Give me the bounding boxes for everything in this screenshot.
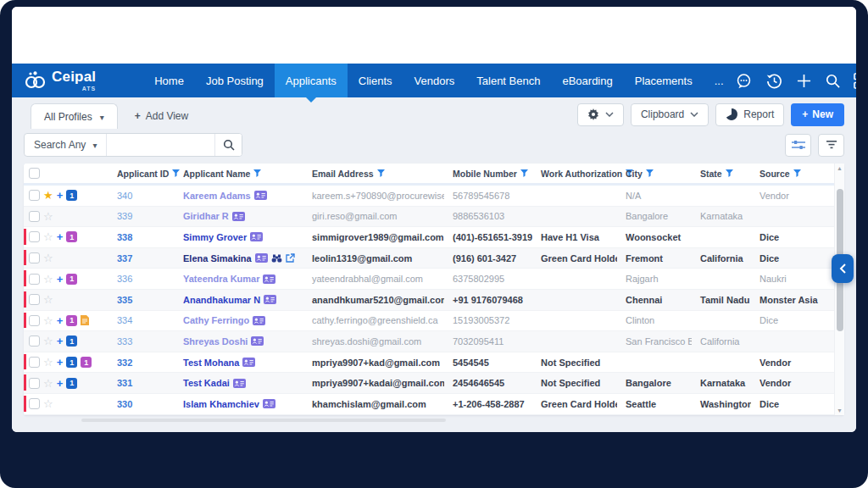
star-icon[interactable] [43, 378, 53, 389]
star-icon[interactable] [43, 294, 53, 305]
select-all-checkbox[interactable] [29, 168, 40, 179]
nav-item-vendors[interactable]: Vendors [403, 64, 466, 97]
applicant-name-link[interactable]: Test Kadai [183, 378, 230, 388]
applicant-id-link[interactable]: 335 [117, 295, 132, 305]
contact-card-icon[interactable] [254, 191, 267, 200]
table-row[interactable]: 1 340 Kareem Adams kareem.s+790890@procu… [24, 186, 834, 207]
applicant-name-link[interactable]: Test Mohana [183, 358, 239, 368]
contact-card-icon[interactable] [250, 232, 263, 241]
table-row[interactable]: 1 338 Simmy Grover simmigrover1989@gmail… [24, 227, 834, 248]
filter-icon[interactable] [646, 169, 654, 177]
brand-logo[interactable]: Ceipal ATS [24, 64, 96, 97]
filter-icon[interactable] [520, 169, 528, 177]
applicant-id-link[interactable]: 330 [117, 399, 132, 409]
row-checkbox[interactable] [29, 315, 40, 326]
table-row[interactable]: 1 334 Cathy Ferringo cathy.ferringo@gree… [24, 311, 834, 332]
applicant-name-link[interactable]: Elena Simakina [183, 253, 252, 263]
filter-button[interactable] [818, 134, 844, 157]
table-row[interactable]: 1 336 Yateendra Kumar yateendrabhal@gmai… [24, 269, 834, 290]
document-icon[interactable] [81, 315, 89, 325]
applicant-id-link[interactable]: 336 [117, 274, 132, 284]
star-icon[interactable] [43, 231, 53, 242]
table-row[interactable]: 337 Elena Simakina leolin1319@gmail.com … [24, 248, 834, 269]
filter-icon[interactable] [726, 169, 733, 177]
vertical-scrollbar[interactable]: ▲ ▼ [834, 164, 844, 415]
add-plus-icon[interactable] [57, 335, 64, 347]
star-icon[interactable] [43, 252, 53, 263]
count-badge[interactable]: 1 [66, 315, 77, 326]
report-button[interactable]: Report [715, 103, 784, 126]
settings-dropdown-button[interactable] [577, 103, 624, 126]
column-header-mobile-number[interactable]: Mobile Number [444, 169, 532, 179]
contact-card-icon[interactable] [255, 253, 268, 263]
nav-item-applicants[interactable]: Applicants [275, 64, 348, 97]
nav-item-job-posting[interactable]: Job Posting [195, 64, 275, 97]
applicant-id-link[interactable]: 332 [117, 358, 132, 368]
chat-icon[interactable] [735, 72, 753, 90]
scroll-down-arrow-icon[interactable]: ▼ [837, 407, 843, 414]
row-checkbox[interactable] [29, 231, 40, 242]
row-checkbox[interactable] [29, 252, 40, 263]
contact-card-icon[interactable] [253, 316, 265, 325]
applicant-name-link[interactable]: Kareem Adams [183, 191, 251, 201]
table-row[interactable]: 1 333 Shreyas Doshi shreyas.doshi@gmail.… [24, 331, 834, 352]
add-plus-icon[interactable] [57, 377, 64, 390]
table-row[interactable]: 330 Islam Khamchiev khamchislam@gmail.co… [24, 394, 834, 415]
column-header-applicant-id[interactable]: Applicant ID [108, 169, 175, 179]
applicant-id-link[interactable]: 338 [117, 232, 132, 242]
contact-card-icon[interactable] [232, 212, 245, 221]
applicant-name-link[interactable]: Giridhar R [183, 211, 229, 221]
column-settings-button[interactable] [785, 134, 811, 157]
row-checkbox[interactable] [29, 357, 40, 368]
external-link-icon[interactable] [286, 253, 295, 263]
star-icon[interactable] [43, 336, 53, 347]
count-badge[interactable]: 1 [66, 231, 77, 242]
row-checkbox[interactable] [29, 274, 40, 285]
row-checkbox[interactable] [29, 398, 40, 409]
row-checkbox[interactable] [29, 336, 40, 347]
nav-item-more[interactable]: ... [704, 64, 735, 97]
side-panel-toggle-button[interactable] [832, 254, 854, 283]
count-badge[interactable]: 1 [66, 190, 77, 201]
applicant-id-link[interactable]: 334 [117, 315, 132, 325]
applicant-id-link[interactable]: 339 [117, 211, 132, 221]
contact-card-icon[interactable] [242, 358, 255, 367]
star-icon[interactable] [43, 274, 53, 285]
clipboard-dropdown-button[interactable]: Clipboard [631, 103, 709, 126]
contact-card-icon[interactable] [264, 295, 276, 304]
count-badge[interactable]: 1 [66, 336, 77, 347]
applicant-name-link[interactable]: Shreyas Doshi [183, 336, 248, 347]
table-row[interactable]: 339 Giridhar R giri.reso@gmail.com 98865… [24, 207, 834, 228]
binoculars-icon[interactable] [271, 254, 282, 263]
star-icon[interactable] [43, 315, 53, 326]
nav-item-clients[interactable]: Clients [348, 64, 403, 97]
applicant-name-link[interactable]: Cathy Ferringo [183, 315, 249, 325]
nav-item-placements[interactable]: Placements [624, 64, 704, 97]
count-badge[interactable]: 1 [81, 357, 92, 368]
table-row[interactable]: 1 331 Test Kadai mpriya9907+kadai@gmail.… [24, 373, 834, 394]
count-badge[interactable]: 1 [66, 357, 77, 368]
applicant-name-link[interactable]: Islam Khamchiev [183, 399, 259, 409]
star-icon[interactable] [43, 190, 53, 201]
add-view-button[interactable]: Add View [135, 110, 189, 122]
grid-icon[interactable] [854, 73, 857, 89]
table-row[interactable]: 335 Anandhakumar N anandhkumar5210@gmail… [24, 290, 834, 311]
nav-item-talent-bench[interactable]: Talent Bench [465, 64, 551, 97]
nav-item-home[interactable]: Home [143, 64, 195, 97]
applicant-id-link[interactable]: 340 [117, 191, 132, 201]
horizontal-scroll-thumb[interactable] [81, 419, 446, 422]
row-checkbox[interactable] [29, 378, 40, 389]
column-header-state[interactable]: State [692, 169, 751, 179]
search-input[interactable] [106, 134, 214, 156]
row-checkbox[interactable] [29, 211, 40, 222]
plus-icon[interactable] [796, 73, 812, 89]
new-button[interactable]: New [791, 103, 844, 126]
add-plus-icon[interactable] [57, 273, 64, 286]
horizontal-scrollbar[interactable] [37, 419, 831, 423]
row-checkbox[interactable] [29, 294, 40, 305]
view-selector-tab[interactable]: All Profiles [31, 103, 118, 129]
applicant-name-link[interactable]: Yateendra Kumar [183, 274, 259, 284]
search-icon[interactable] [825, 73, 841, 89]
applicant-id-link[interactable]: 333 [117, 336, 132, 347]
column-header-source[interactable]: Source [751, 169, 834, 179]
